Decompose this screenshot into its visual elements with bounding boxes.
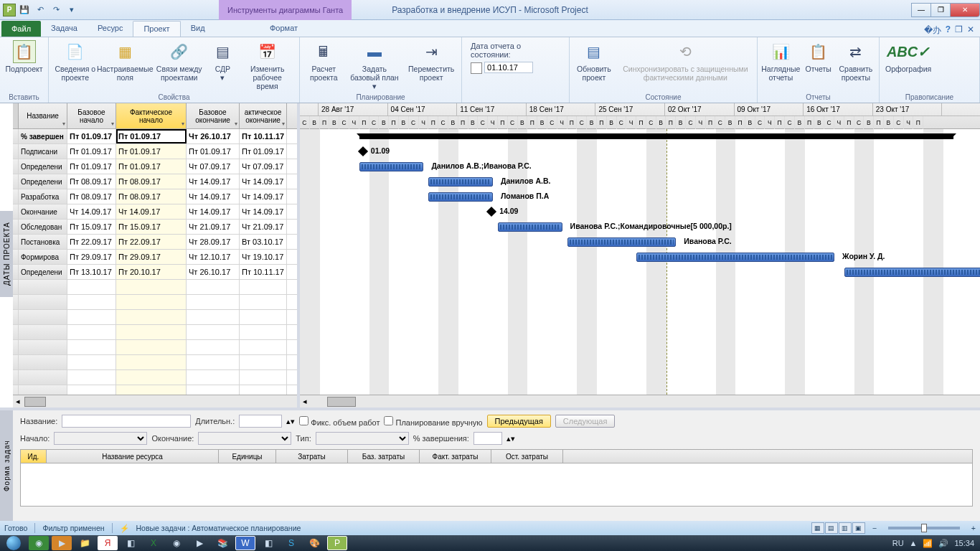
form-name-input[interactable] — [62, 415, 191, 428]
table-row[interactable]: ОпределениПт 13.10.17Пт 20.10.17Чт 26.10… — [13, 265, 297, 280]
view-resource-icon[interactable]: ▣ — [852, 522, 865, 534]
tab-view[interactable]: Вид — [181, 21, 215, 37]
res-col-acost[interactable]: Факт. затраты — [420, 450, 491, 463]
compare-button[interactable]: ⇄Сравнить проекты — [836, 39, 876, 83]
tray-network-icon[interactable]: 📶 — [923, 539, 933, 548]
calculate-button[interactable]: 🖩Расчет проекта — [303, 39, 345, 83]
grid-hscroll[interactable]: ◂ — [13, 395, 297, 408]
tb-icon-skype[interactable]: S — [281, 536, 301, 550]
tab-format[interactable]: Формат — [260, 21, 308, 37]
form-end-select[interactable] — [198, 432, 291, 445]
subproject-button[interactable]: 📋Подпроект — [3, 39, 45, 75]
table-row[interactable]: ОкончаниеЧт 14.09.17Чт 14.09.17Чт 14.09.… — [13, 204, 297, 220]
resource-grid-body[interactable] — [20, 463, 973, 507]
tray-flag-icon[interactable]: ▲ — [910, 539, 918, 547]
tab-task[interactable]: Задача — [41, 21, 88, 37]
table-row[interactable]: ОпределениПт 01.09.17Пт 01.09.17Чт 07.09… — [13, 159, 297, 174]
task-bar[interactable] — [428, 177, 493, 187]
pct-spinner[interactable]: ▴▾ — [507, 434, 515, 443]
res-col-bcost[interactable]: Баз. затраты — [348, 450, 420, 463]
app-icon[interactable]: P — [3, 4, 16, 17]
res-col-name[interactable]: Название ресурса — [47, 450, 219, 463]
res-col-units[interactable]: Единицы — [219, 450, 276, 463]
zoom-out-icon[interactable]: − — [872, 524, 877, 532]
form-side-tab[interactable]: Форма задач — [0, 410, 13, 521]
help-icon[interactable]: ? — [946, 24, 951, 37]
task-bar[interactable] — [359, 162, 424, 171]
qat-more-icon[interactable]: ▾ — [65, 3, 79, 17]
tb-icon-7[interactable]: ◧ — [258, 536, 278, 550]
visual-reports-button[interactable]: 📊Наглядные отчеты — [760, 39, 801, 83]
baseline-button[interactable]: ▬Задать базовый план ▾ — [347, 39, 403, 92]
file-tab[interactable]: Файл — [1, 21, 41, 37]
task-bar[interactable] — [844, 268, 980, 277]
undo-icon[interactable]: ↶ — [33, 3, 47, 17]
task-bar[interactable] — [498, 222, 562, 232]
summary-bar[interactable] — [359, 133, 953, 139]
grid-corner[interactable] — [13, 103, 19, 128]
table-row[interactable]: % завершенПт 01.09.17Пт 01.09.17Чт 26.10… — [13, 129, 297, 144]
form-duration-input[interactable] — [239, 415, 282, 428]
reports-button[interactable]: 📋Отчеты — [803, 39, 834, 75]
tb-icon-chrome[interactable]: ◉ — [166, 536, 187, 550]
tb-icon-explorer[interactable]: 📁 — [75, 536, 95, 550]
ribbon-minimize-icon[interactable]: �办 — [924, 24, 941, 37]
tb-icon-4[interactable]: ◧ — [121, 536, 141, 550]
milestone[interactable] — [486, 207, 496, 217]
links-button[interactable]: 🔗Связи между проектами — [151, 39, 207, 83]
view-gantt-icon[interactable]: ▦ — [811, 522, 824, 534]
status-date-input[interactable] — [484, 62, 533, 73]
res-col-rcost[interactable]: Ост. затраты — [491, 450, 563, 463]
spelling-button[interactable]: ABC✓Орфография — [882, 39, 934, 75]
side-tab-dates[interactable]: ДАТЫ ПРОЕКТА — [0, 211, 13, 297]
tb-icon-player[interactable]: ▶ — [52, 536, 72, 550]
form-pct-input[interactable] — [473, 432, 502, 445]
zoom-in-icon[interactable]: + — [971, 524, 976, 532]
tray-volume-icon[interactable]: 🔊 — [938, 539, 948, 548]
tab-resource[interactable]: Ресурс — [88, 21, 133, 37]
table-row[interactable]: РазработкаПт 08.09.17Пт 08.09.17Чт 14.09… — [13, 189, 297, 204]
tb-icon-winrar[interactable]: 📚 — [212, 536, 232, 550]
form-fixed-check[interactable] — [299, 416, 308, 425]
redo-icon[interactable]: ↷ — [49, 3, 63, 17]
minimize-button[interactable]: — — [911, 3, 931, 17]
custom-fields-button[interactable]: ▦Настраиваемые поля — [100, 39, 150, 83]
col-actual-start[interactable]: Фактическое начало▾ — [116, 103, 187, 128]
calendar-small-icon[interactable] — [471, 62, 482, 74]
duration-spinner[interactable]: ▴▾ — [286, 417, 295, 426]
res-col-cost[interactable]: Затраты — [276, 450, 348, 463]
table-row[interactable]: ОпределениПт 08.09.17Пт 08.09.17Чт 14.09… — [13, 174, 297, 189]
gantt-hscroll[interactable]: ◂ — [300, 395, 980, 408]
start-button[interactable] — [0, 535, 27, 551]
close-button[interactable]: ✕ — [950, 3, 980, 17]
col-base-finish[interactable]: Базовое окончание▾ — [187, 103, 240, 128]
mdi-close-icon[interactable]: ✕ — [967, 24, 974, 37]
view-team-icon[interactable]: ▥ — [839, 522, 852, 534]
tb-icon-8[interactable]: 🎨 — [304, 536, 324, 550]
gantt-body[interactable]: 01.09Данилов А.В.;Иванова Р.С.Данилов А.… — [300, 129, 980, 395]
task-bar[interactable] — [636, 253, 834, 262]
tb-icon-5[interactable]: ▶ — [189, 536, 209, 550]
tray-lang[interactable]: RU — [892, 539, 904, 547]
form-start-select[interactable] — [54, 432, 147, 445]
form-type-select[interactable] — [316, 432, 409, 445]
table-row[interactable]: ОбследованПт 15.09.17Пт 15.09.17Чт 21.09… — [13, 220, 297, 235]
maximize-button[interactable]: ❐ — [930, 3, 951, 17]
tb-icon-yandex[interactable]: Я — [98, 536, 118, 550]
wbs-button[interactable]: ▤СДР ▾ — [208, 39, 237, 83]
grid-body[interactable]: % завершенПт 01.09.17Пт 01.09.17Чт 26.10… — [13, 129, 297, 395]
milestone[interactable] — [358, 146, 368, 156]
view-usage-icon[interactable]: ▤ — [825, 522, 838, 534]
mdi-restore-icon[interactable]: ❐ — [955, 24, 963, 37]
task-bar[interactable] — [428, 192, 493, 202]
working-time-button[interactable]: 📅Изменить рабочее время — [238, 39, 296, 92]
tb-icon-1[interactable]: ◉ — [29, 536, 49, 550]
update-project-button[interactable]: ▤Обновить проект — [573, 39, 616, 83]
timescale[interactable]: 28 Авг '1704 Сен '1711 Сен '1718 Сен '17… — [300, 103, 980, 129]
col-actual-finish[interactable]: актическое окончание▾ — [240, 103, 287, 128]
prev-button[interactable]: Предыдущая — [487, 415, 551, 428]
zoom-slider[interactable] — [888, 527, 960, 529]
res-col-id[interactable]: Ид. — [21, 450, 47, 463]
tb-icon-excel[interactable]: X — [143, 536, 164, 550]
table-row[interactable]: ПодписаниПт 01.09.17Пт 01.09.17Пт 01.09.… — [13, 144, 297, 159]
